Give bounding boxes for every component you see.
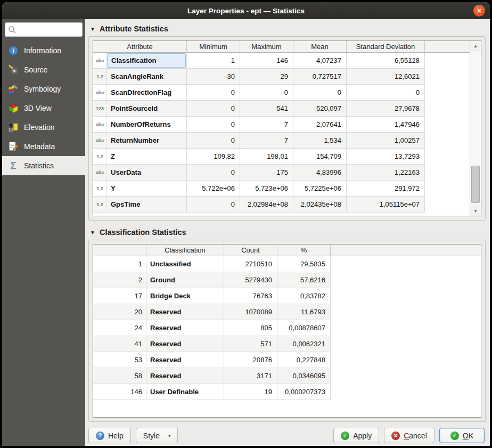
mean-cell[interactable]: 154,709	[293, 149, 347, 165]
percent-cell[interactable]: 0,0346095	[277, 368, 331, 384]
maximum-cell[interactable]: 198,01	[240, 149, 293, 165]
scroll-down-icon[interactable]: ▼	[470, 206, 481, 216]
class-name-cell[interactable]: Bridge Deck	[146, 288, 224, 304]
minimum-cell[interactable]: 0	[187, 165, 240, 181]
count-cell[interactable]: 3171	[224, 368, 277, 384]
classification-table-row[interactable]: 1 Unclassified 2710510 29,5835	[93, 256, 481, 272]
attribute-name-cell[interactable]: PointSourceId	[107, 101, 186, 116]
minimum-cell[interactable]: -30	[187, 69, 240, 85]
classification-table-row[interactable]: 41 Reserved 571 0,0062321	[93, 336, 481, 352]
attribute-name-cell[interactable]: NumberOfReturns	[107, 117, 186, 132]
attribute-table-row[interactable]: 1.2 ScanAngleRank -30 29 0,727517 12,602…	[93, 69, 470, 85]
class-id-cell[interactable]: 53	[93, 352, 146, 368]
count-cell[interactable]: 19	[224, 384, 277, 400]
collapse-triangle-icon[interactable]: ▼	[90, 26, 95, 32]
mean-cell[interactable]: 4,07237	[293, 53, 347, 69]
percent-cell[interactable]: 0,227848	[277, 352, 331, 368]
classification-table-row[interactable]: 2 Ground 5279430 57,6216	[93, 272, 481, 288]
maximum-cell[interactable]: 5,723e+06	[240, 181, 293, 197]
column-header-stddev[interactable]: Standard Deviation	[347, 41, 425, 53]
class-id-cell[interactable]: 1	[93, 256, 146, 272]
ok-button[interactable]: ✓ OK	[439, 428, 485, 443]
attribute-name-cell[interactable]: Y	[107, 181, 186, 196]
titlebar[interactable]: Layer Properties - ept — Statistics ×	[2, 2, 490, 19]
class-id-cell[interactable]: 24	[93, 320, 146, 336]
attribute-table-row[interactable]: abc Classification 1 146 4,07237 6,55128	[93, 53, 470, 69]
stddev-cell[interactable]: 291,972	[347, 181, 425, 197]
maximum-cell[interactable]: 29	[240, 69, 293, 85]
attribute-table-row[interactable]: abc UserData 0 175 4,83996 1,22163	[93, 165, 470, 181]
count-cell[interactable]: 76763	[224, 288, 277, 304]
scroll-up-icon[interactable]: ▲	[470, 41, 481, 51]
help-button[interactable]: ? Help	[88, 428, 131, 443]
mean-cell[interactable]: 2,02435e+08	[293, 197, 347, 213]
minimum-cell[interactable]: 109,82	[187, 149, 240, 165]
mean-cell[interactable]: 4,83996	[293, 165, 347, 181]
count-cell[interactable]: 20876	[224, 352, 277, 368]
sidebar-item-symbology[interactable]: Symbology	[2, 79, 85, 99]
class-name-cell[interactable]: Reserved	[146, 368, 224, 384]
minimum-cell[interactable]: 0	[187, 85, 240, 101]
mean-cell[interactable]: 2,07641	[293, 117, 347, 133]
mean-cell[interactable]: 0	[293, 85, 347, 101]
attribute-table-row[interactable]: abc NumberOfReturns 0 7 2,07641 1,47946	[93, 117, 470, 133]
attribute-name-cell[interactable]: UserData	[107, 165, 186, 180]
stddev-cell[interactable]: 1,05115e+07	[347, 197, 425, 213]
percent-cell[interactable]: 0,83782	[277, 288, 331, 304]
class-name-cell[interactable]: Reserved	[146, 320, 224, 336]
close-icon[interactable]: ×	[473, 5, 485, 17]
mean-cell[interactable]: 0,727517	[293, 69, 347, 85]
class-name-cell[interactable]: Unclassified	[146, 256, 224, 272]
class-name-cell[interactable]: Reserved	[146, 336, 224, 352]
class-name-cell[interactable]: Reserved	[146, 304, 224, 320]
maximum-cell[interactable]: 7	[240, 117, 293, 133]
minimum-cell[interactable]: 0	[187, 117, 240, 133]
class-id-cell[interactable]: 2	[93, 272, 146, 288]
column-header-id[interactable]	[93, 245, 146, 256]
maximum-cell[interactable]: 541	[240, 101, 293, 117]
column-header-count[interactable]: Count	[224, 245, 277, 256]
attribute-name-cell[interactable]: GpsTime	[107, 197, 186, 212]
collapse-triangle-icon[interactable]: ▼	[90, 230, 95, 235]
cancel-button[interactable]: × Cancel	[384, 428, 434, 443]
sidebar-item-source[interactable]: Source	[2, 60, 85, 79]
class-id-cell[interactable]: 20	[93, 304, 146, 320]
attribute-statistics-header[interactable]: ▼ Attribute Statistics	[88, 23, 486, 36]
percent-cell[interactable]: 0,000207373	[277, 384, 331, 400]
sidebar-item-statistics[interactable]: Σ Statistics	[2, 156, 85, 175]
mean-cell[interactable]: 5,7225e+06	[293, 181, 347, 197]
attribute-table-row[interactable]: 1.2 Y 5,722e+06 5,723e+06 5,7225e+06 291…	[93, 181, 470, 197]
sidebar-item-metadata[interactable]: Metadata	[2, 137, 85, 156]
minimum-cell[interactable]: 0	[187, 133, 240, 149]
stddev-cell[interactable]: 1,00257	[347, 133, 425, 149]
attribute-name-cell[interactable]: ReturnNumber	[107, 133, 186, 148]
column-header-maximum[interactable]: Maximum	[240, 41, 293, 53]
percent-cell[interactable]: 0,0062321	[277, 336, 331, 352]
class-id-cell[interactable]: 58	[93, 368, 146, 384]
percent-cell[interactable]: 29,5835	[277, 256, 331, 272]
classification-table-row[interactable]: 20 Reserved 1070089 11,6793	[93, 304, 481, 320]
stddev-cell[interactable]: 12,6021	[347, 69, 425, 85]
maximum-cell[interactable]: 146	[240, 53, 293, 69]
minimum-cell[interactable]: 0	[187, 197, 240, 213]
stddev-cell[interactable]: 27,9678	[347, 101, 425, 117]
attribute-table-row[interactable]: abc ScanDirectionFlag 0 0 0 0	[93, 85, 470, 101]
count-cell[interactable]: 571	[224, 336, 277, 352]
count-cell[interactable]: 5279430	[224, 272, 277, 288]
column-header-attribute[interactable]: Attribute	[93, 41, 187, 53]
column-header-percent[interactable]: %	[277, 245, 331, 256]
stddev-cell[interactable]: 6,55128	[347, 53, 425, 69]
minimum-cell[interactable]: 1	[187, 53, 240, 69]
maximum-cell[interactable]: 175	[240, 165, 293, 181]
attribute-name-cell[interactable]: ScanAngleRank	[107, 69, 186, 84]
classification-table-row[interactable]: 53 Reserved 20876 0,227848	[93, 352, 481, 368]
attribute-table-row[interactable]: 1.2 Z 109,82 198,01 154,709 13,7293	[93, 149, 470, 165]
attribute-table-row[interactable]: abc ReturnNumber 0 7 1,534 1,00257	[93, 133, 470, 149]
class-id-cell[interactable]: 146	[93, 384, 146, 400]
count-cell[interactable]: 805	[224, 320, 277, 336]
column-header-minimum[interactable]: Minimum	[187, 41, 240, 53]
attribute-name-cell[interactable]: Classification	[107, 53, 186, 68]
sidebar-item-3dview[interactable]: 3D View	[2, 99, 85, 118]
vertical-scrollbar[interactable]: ▲ ▼	[470, 41, 481, 216]
mean-cell[interactable]: 520,097	[293, 101, 347, 117]
